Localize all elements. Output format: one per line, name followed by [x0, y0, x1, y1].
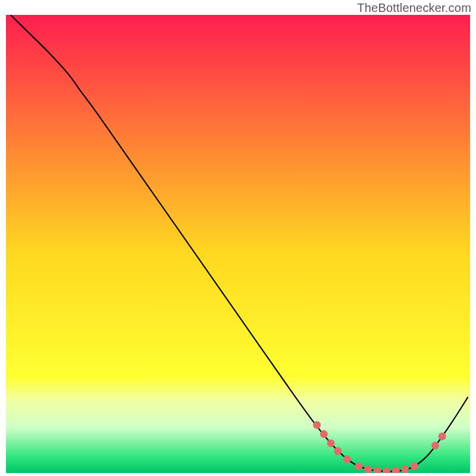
data-marker	[313, 421, 321, 429]
data-marker	[320, 430, 328, 438]
data-marker	[343, 455, 351, 463]
attribution-label: TheBottlenecker.com	[357, 1, 471, 15]
data-marker	[431, 441, 439, 449]
data-marker	[439, 433, 446, 440]
data-marker	[355, 462, 362, 470]
data-marker	[401, 465, 409, 473]
data-marker	[334, 447, 342, 455]
data-marker	[327, 439, 335, 447]
data-marker	[411, 462, 418, 470]
chart-svg	[6, 15, 470, 473]
data-marker	[364, 465, 372, 473]
chart-area	[6, 15, 470, 473]
